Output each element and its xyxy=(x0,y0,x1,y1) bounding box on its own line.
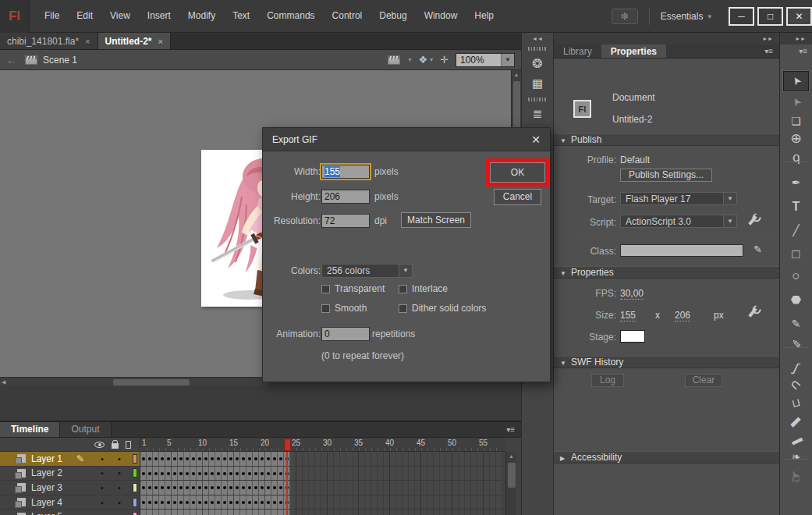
frame-cell[interactable] xyxy=(402,510,409,515)
menu-commands[interactable]: Commands xyxy=(258,0,323,32)
target-dropdown[interactable]: Flash Player 17 ▼ xyxy=(620,192,737,205)
frame-cell[interactable] xyxy=(334,510,340,515)
frame-cell[interactable] xyxy=(440,467,446,481)
timeline-menu-icon[interactable]: ▾≡ xyxy=(506,422,515,437)
frame-cell[interactable] xyxy=(278,467,284,481)
frame-cell[interactable] xyxy=(390,452,396,466)
frame-cell[interactable] xyxy=(290,495,296,510)
layer-row-layer-3[interactable]: Layer 3•• xyxy=(0,481,140,495)
frame-cell[interactable] xyxy=(346,495,353,510)
edit-symbols-arrow-icon[interactable]: ▾ xyxy=(430,56,433,63)
checkbox-box[interactable] xyxy=(321,285,330,293)
line-tool[interactable]: ╱ xyxy=(783,220,809,240)
frame-cell[interactable] xyxy=(253,510,259,515)
frame-cell[interactable] xyxy=(490,481,496,495)
frame-cell[interactable] xyxy=(147,481,153,495)
frame-cell[interactable] xyxy=(209,510,215,515)
stage-zoom-dropdown[interactable]: 100% ▼ xyxy=(456,53,515,67)
frame-cell[interactable] xyxy=(371,467,378,481)
zoom-level-value[interactable]: 100% xyxy=(456,54,501,66)
frame-cell[interactable] xyxy=(178,452,184,466)
frame-cell[interactable] xyxy=(402,467,409,481)
frame-cell[interactable] xyxy=(421,481,427,495)
fps-value[interactable]: 30,00 xyxy=(620,288,644,300)
frame-cell[interactable] xyxy=(328,452,334,466)
layer-row-layer-2[interactable]: Layer 2•• xyxy=(0,467,140,481)
frame-cell[interactable] xyxy=(434,481,440,495)
dock-gripper[interactable] xyxy=(528,47,547,51)
size-width-value[interactable]: 155 xyxy=(620,310,636,321)
frame-cell[interactable] xyxy=(278,495,284,510)
frame-cell[interactable] xyxy=(415,452,421,466)
frame-number-ruler[interactable]: 1510152025303540455055 xyxy=(140,438,505,452)
frame-cell[interactable] xyxy=(290,452,296,466)
frame-cell[interactable] xyxy=(353,481,359,495)
frame-cell[interactable] xyxy=(359,452,365,466)
frame-cell[interactable] xyxy=(178,467,184,481)
frame-cell[interactable] xyxy=(446,510,452,515)
resolution-input[interactable]: 72 xyxy=(321,214,370,228)
frame-cell[interactable] xyxy=(446,481,452,495)
frame-cell[interactable] xyxy=(471,467,477,481)
frame-cell[interactable] xyxy=(365,481,371,495)
layer-lock-dot[interactable]: • xyxy=(111,498,128,507)
workspace-arrow-icon[interactable]: ▾ xyxy=(707,12,711,20)
frame-cell[interactable] xyxy=(496,481,502,495)
frame-cell[interactable] xyxy=(384,510,390,515)
frame-cell[interactable] xyxy=(496,467,502,481)
frame-cell[interactable] xyxy=(159,495,165,510)
menu-control[interactable]: Control xyxy=(324,0,371,32)
frame-cell[interactable] xyxy=(452,495,459,510)
frame-cell[interactable] xyxy=(415,481,421,495)
dropdown-arrow-icon[interactable]: ▼ xyxy=(723,215,736,227)
frame-cell[interactable] xyxy=(371,495,378,510)
frame-cell[interactable] xyxy=(197,467,203,481)
frame-cell[interactable] xyxy=(259,510,265,515)
frame-cell[interactable] xyxy=(259,467,265,481)
frame-cell[interactable] xyxy=(465,510,471,515)
dock-gripper[interactable] xyxy=(528,98,547,101)
frame-cell[interactable] xyxy=(434,495,440,510)
frame-cell[interactable] xyxy=(172,452,178,466)
frame-cell[interactable] xyxy=(321,467,328,481)
frame-row-layer-2[interactable] xyxy=(140,467,502,481)
ok-button[interactable]: OK xyxy=(490,162,545,183)
frame-cell[interactable] xyxy=(440,510,446,515)
playhead-marker[interactable] xyxy=(284,439,291,451)
frame-cell[interactable] xyxy=(434,452,440,466)
frame-cell[interactable] xyxy=(209,452,215,466)
frame-cell[interactable] xyxy=(140,481,147,495)
outline-layers-icon[interactable] xyxy=(126,441,131,449)
frame-cell[interactable] xyxy=(359,467,365,481)
publish-settings-button[interactable]: Publish Settings... xyxy=(620,169,712,182)
zoom-dropdown-arrow-icon[interactable]: ▼ xyxy=(501,54,514,66)
frame-cell[interactable] xyxy=(321,481,328,495)
frame-cell[interactable] xyxy=(384,452,390,466)
frame-cell[interactable] xyxy=(427,452,434,466)
frame-cell[interactable] xyxy=(209,495,215,510)
frame-cell[interactable] xyxy=(159,510,165,515)
frame-cell[interactable] xyxy=(165,510,172,515)
script-settings-wrench-icon[interactable] xyxy=(748,215,757,226)
frame-cell[interactable] xyxy=(421,452,427,466)
frame-cell[interactable] xyxy=(278,481,284,495)
frame-cell[interactable] xyxy=(396,510,402,515)
frame-cell[interactable] xyxy=(309,510,315,515)
checkbox-box[interactable] xyxy=(321,304,330,313)
frame-cell[interactable] xyxy=(278,452,284,466)
frame-cell[interactable] xyxy=(328,495,334,510)
menu-modify[interactable]: Modify xyxy=(179,0,224,32)
frame-cell[interactable] xyxy=(459,495,465,510)
frame-cell[interactable] xyxy=(184,452,190,466)
frame-cell[interactable] xyxy=(222,467,228,481)
publish-section-header[interactable]: ▼Publish xyxy=(554,133,779,146)
frame-cell[interactable] xyxy=(140,495,147,510)
frame-row-layer-4[interactable] xyxy=(140,495,502,510)
frame-cell[interactable] xyxy=(321,452,328,466)
close-button[interactable]: ✕ xyxy=(786,7,812,26)
timeline-tab-timeline[interactable]: Timeline xyxy=(0,422,60,437)
layer-outline-color-swatch[interactable] xyxy=(133,454,137,464)
frame-cell[interactable] xyxy=(190,510,197,515)
frame-cell[interactable] xyxy=(459,452,465,466)
frame-cell[interactable] xyxy=(384,481,390,495)
